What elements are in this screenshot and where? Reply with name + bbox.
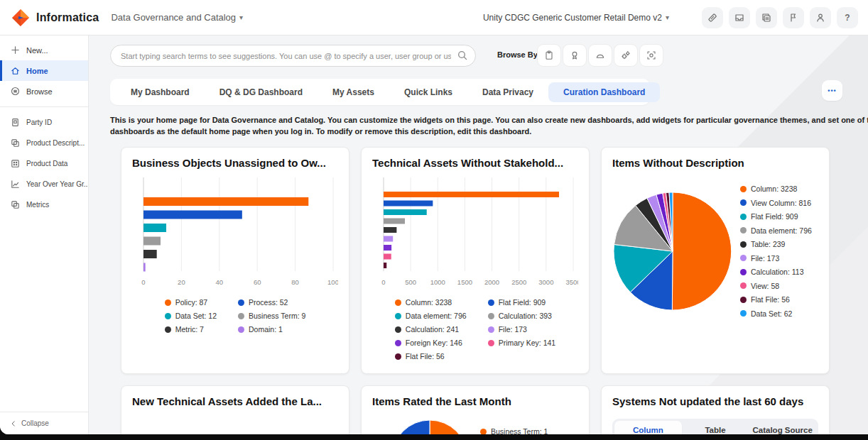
legend-color-dot (488, 340, 494, 346)
left-sidebar: New... Home Browse Party ID Product Desc… (0, 35, 89, 434)
widget-title: New Technical Assets Added the La... (132, 395, 338, 407)
clipboard-icon[interactable] (537, 44, 561, 67)
svg-text:60: 60 (254, 278, 261, 286)
flag-icon[interactable] (783, 7, 804, 28)
svg-text:100: 100 (327, 278, 338, 286)
widget-technical-assets-without-stakeholders: Technical Assets Without Stakehold... 05… (361, 147, 590, 374)
collapse-label: Collapse (21, 419, 49, 427)
legend-item[interactable]: Foreign Key: 146 (395, 339, 467, 347)
legend-color-dot (165, 313, 171, 319)
legend-label: File: 173 (751, 254, 779, 263)
help-icon[interactable]: ? (837, 7, 858, 28)
sidebar-item-product-descriptions[interactable]: Product Descript... (0, 133, 88, 153)
legend-item[interactable]: Flat File: 56 (395, 352, 467, 361)
grid-icon (10, 158, 21, 169)
widget-items-without-description: Items Without Description Column: 3238Vi… (601, 147, 830, 374)
browse-icon (10, 86, 21, 97)
legend-label: View Column: 816 (751, 199, 811, 207)
legend-item[interactable]: Domain: 1 (238, 325, 305, 334)
legend-item[interactable]: Calculation: 113 (740, 268, 812, 276)
scan-icon[interactable] (639, 44, 663, 67)
widget-title: Systems Not updated the last 60 days (612, 395, 818, 407)
legend-item[interactable]: Calculation: 393 (488, 312, 556, 320)
legend-item[interactable]: Primary Key: 141 (488, 339, 556, 347)
tab-catalog-source[interactable]: Catalog Source (749, 421, 816, 434)
tab-dq-dg-dashboard[interactable]: DQ & DG Dashboard (205, 82, 318, 102)
sidebar-item-party-id[interactable]: Party ID (0, 112, 88, 133)
legend-item[interactable]: File: 173 (740, 254, 812, 263)
more-options-button[interactable]: ••• (822, 80, 842, 101)
legend-color-dot (740, 227, 747, 233)
legend-item[interactable]: Table: 239 (740, 240, 812, 248)
legend-item[interactable]: Business Term: 9 (238, 312, 305, 320)
copy-icon[interactable] (756, 7, 777, 28)
tag-icon[interactable] (702, 7, 723, 28)
legend-item[interactable]: Data element: 796 (395, 312, 467, 320)
legend-label: Column: 3238 (751, 185, 797, 193)
legend-label: Policy: 87 (175, 298, 208, 307)
legend-item[interactable]: Flat Field: 909 (740, 212, 812, 221)
svg-text:3500: 3500 (565, 278, 578, 286)
legend-item[interactable]: Metric: 7 (165, 325, 217, 334)
badge-icon[interactable] (563, 44, 587, 67)
workspace-selector[interactable]: Unity CDGC Generic Customer Retail Demo … (483, 13, 669, 23)
gears-icon[interactable] (614, 44, 638, 67)
sidebar-item-product-data[interactable]: Product Data (0, 153, 88, 174)
legend-item[interactable]: Flat Field: 909 (488, 298, 556, 307)
sidebar-item-label: Product Descript... (26, 139, 85, 147)
legend-item[interactable]: Data element: 796 (740, 226, 812, 235)
legend-item[interactable]: Data Set: 12 (165, 312, 217, 320)
tab-my-assets[interactable]: My Assets (318, 82, 389, 102)
sidebar-item-home[interactable]: Home (0, 60, 88, 81)
legend-label: Flat File: 56 (406, 352, 445, 361)
legend-item[interactable]: Calculation: 241 (395, 325, 467, 334)
legend-item[interactable]: File: 173 (488, 325, 556, 334)
tab-my-dashboard[interactable]: My Dashboard (116, 82, 205, 102)
legend-color-dot (740, 199, 747, 206)
legend-item[interactable]: Flat File: 56 (740, 295, 812, 304)
sidebar-item-label: Party ID (26, 119, 52, 126)
sidebar-collapse-button[interactable]: Collapse (0, 412, 88, 434)
dome-icon[interactable] (588, 44, 612, 67)
legend-item[interactable]: Column: 3238 (395, 298, 467, 307)
bar-chart-business-objects: 020406080100Policy: 87Process: 52Data Se… (132, 173, 338, 334)
legend-label: Calculation: 241 (406, 325, 459, 334)
widget-title: Items Without Description (612, 157, 818, 169)
chevron-down-icon: ▾ (239, 13, 243, 21)
legend-color-dot (740, 186, 747, 192)
tab-curation-dashboard[interactable]: Curation Dashboard (548, 82, 660, 102)
legend-item[interactable]: Business Term: 1 (480, 427, 548, 434)
tab-quick-links[interactable]: Quick Links (389, 82, 467, 102)
legend-item[interactable]: Column: 3238 (740, 185, 812, 193)
legend-item[interactable]: View: 58 (740, 282, 812, 290)
legend-color-dot (488, 299, 494, 306)
svg-text:80: 80 (291, 278, 299, 286)
svg-text:500: 500 (405, 278, 416, 286)
svg-text:0: 0 (381, 278, 385, 286)
legend-item[interactable]: Process: 52 (238, 298, 305, 307)
tab-data-privacy[interactable]: Data Privacy (467, 82, 548, 102)
user-icon[interactable] (810, 7, 831, 28)
legend-label: Data element: 796 (751, 226, 812, 235)
search-input[interactable] (110, 45, 476, 67)
search-icon[interactable] (457, 50, 468, 61)
stacked-assets-icon (10, 199, 21, 210)
legend-item[interactable]: Policy: 87 (165, 298, 217, 307)
legend-label: Foreign Key: 146 (406, 339, 462, 347)
sidebar-item-label: Year Over Year Gr... (26, 180, 88, 188)
app-title-menu[interactable]: Data Governance and Catalog ▾ (111, 12, 243, 23)
legend-item[interactable]: View Column: 816 (740, 199, 812, 207)
legend-label: Data element: 796 (406, 312, 467, 320)
sidebar-item-metrics[interactable]: Metrics (0, 194, 88, 215)
inbox-icon[interactable] (729, 7, 750, 28)
sidebar-item-year-over-year[interactable]: Year Over Year Gr... (0, 174, 88, 194)
sidebar-item-new[interactable]: New... (0, 40, 88, 60)
tab-column[interactable]: Column (614, 421, 682, 434)
legend-color-dot (740, 214, 747, 220)
legend-item[interactable]: Data Set: 62 (740, 309, 812, 318)
legend-label: Calculation: 113 (751, 268, 804, 276)
sidebar-item-label: New... (26, 46, 48, 55)
sidebar-item-browse[interactable]: Browse (0, 81, 88, 101)
app-root: Informatica Data Governance and Catalog … (0, 0, 868, 440)
tab-table[interactable]: Table (682, 421, 749, 434)
